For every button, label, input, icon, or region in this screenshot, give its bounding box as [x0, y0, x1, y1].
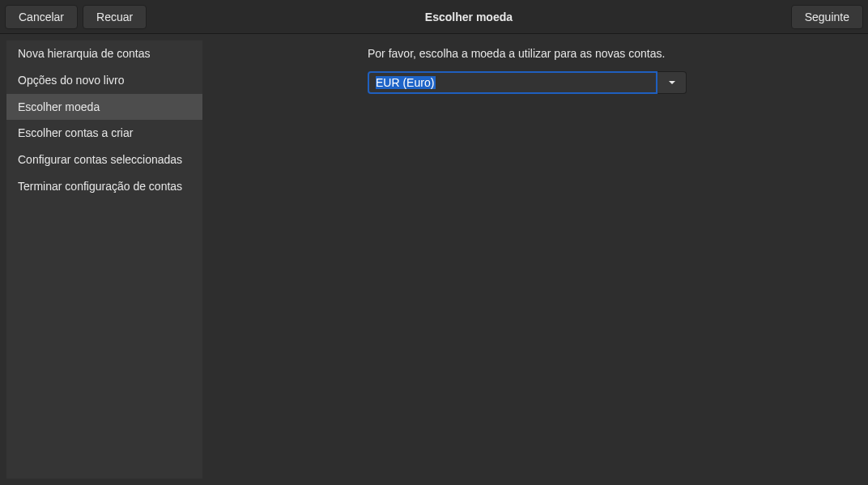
currency-combobox[interactable]: EUR (Euro) — [368, 71, 657, 94]
sidebar-item-choose-currency: Escolher moeda — [6, 94, 202, 121]
header-left-group: Cancelar Recuar — [5, 5, 147, 29]
sidebar-item-finish: Terminar configuração de contas — [6, 173, 202, 200]
currency-dropdown-button[interactable] — [657, 71, 687, 94]
header-right-group: Seguinte — [791, 5, 863, 29]
sidebar-item-choose-accounts: Escolher contas a criar — [6, 120, 202, 147]
header-bar: Cancelar Recuar Escolher moeda Seguinte — [0, 0, 868, 34]
instruction-text: Por favor, escolha a moeda a utilizar pa… — [202, 47, 862, 60]
cancel-button[interactable]: Cancelar — [5, 5, 78, 29]
sidebar-item-book-options: Opções do novo livro — [6, 67, 202, 94]
wizard-steps-sidebar: Nova hierarquia de contas Opções do novo… — [6, 40, 202, 479]
currency-selected-value: EUR (Euro) — [376, 76, 436, 89]
sidebar-item-configure-selected: Configurar contas seleccionadas — [6, 147, 202, 173]
back-button[interactable]: Recuar — [83, 5, 147, 29]
next-button[interactable]: Seguinte — [791, 5, 863, 29]
sidebar-item-new-hierarchy: Nova hierarquia de contas — [6, 40, 202, 67]
window-title: Escolher moeda — [425, 11, 513, 23]
chevron-down-icon — [668, 79, 676, 87]
content-area: Nova hierarquia de contas Opções do novo… — [0, 34, 868, 485]
main-panel: Por favor, escolha a moeda a utilizar pa… — [202, 40, 862, 479]
currency-selector-row: EUR (Euro) — [202, 71, 862, 94]
